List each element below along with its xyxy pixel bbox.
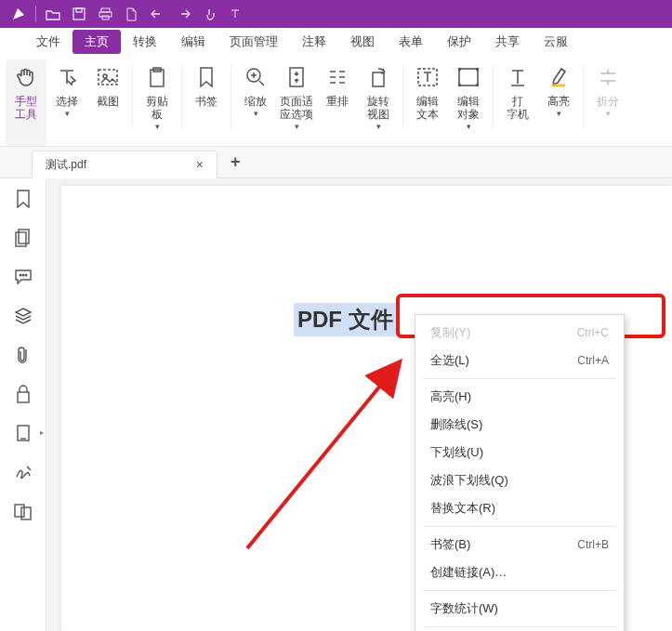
ctx-separator <box>423 378 616 379</box>
highlight-icon <box>545 63 573 91</box>
menu-tab-comment[interactable]: 注释 <box>290 30 338 54</box>
side-compare-icon[interactable] <box>14 502 33 520</box>
menu-tab-file[interactable]: 文件 <box>24 30 72 54</box>
side-attachments-icon[interactable] <box>14 346 33 364</box>
ribbon-separator <box>583 65 584 129</box>
ribbon-typewriter-label: 打字机 <box>507 95 529 121</box>
svg-point-21 <box>22 274 24 276</box>
menu-tab-page[interactable]: 页面管理 <box>217 30 290 54</box>
ribbon-separator <box>402 65 403 129</box>
side-field-icon[interactable]: ▸ <box>14 424 33 442</box>
ribbon-separator <box>132 65 133 129</box>
ribbon-separator <box>493 65 494 129</box>
svg-point-14 <box>458 68 461 71</box>
menu-tab-convert[interactable]: 转换 <box>121 30 169 54</box>
ribbon-edit-text-tool[interactable]: 编辑文本 <box>407 59 448 146</box>
qat-undo-icon[interactable] <box>144 4 170 24</box>
ribbon-zoom-tool[interactable]: 缩放 ▾ <box>235 59 276 146</box>
chevron-down-icon: ▾ <box>65 109 70 118</box>
side-sign-icon[interactable] <box>14 463 33 481</box>
svg-line-27 <box>247 364 398 548</box>
chevron-down-icon: ▾ <box>376 122 381 131</box>
ribbon-typewriter-tool[interactable]: 打字机 <box>497 59 538 146</box>
ribbon-toolbar: 手型工具 选择 ▾ 截图 剪贴板 ▾ 书签 缩放 ▾ <box>0 56 672 147</box>
ribbon-rotate-tool[interactable]: 旋转视图 ▾ <box>358 59 399 146</box>
chevron-down-icon: ▾ <box>254 109 258 118</box>
side-bookmark-icon[interactable] <box>14 190 33 208</box>
ribbon-reflow-label: 重排 <box>326 95 349 108</box>
bookmark-icon <box>192 63 220 91</box>
menu-tab-view[interactable]: 视图 <box>338 30 387 54</box>
qat-redo-icon[interactable] <box>170 4 196 24</box>
ctx-copy: 复制(Y)Ctrl+C <box>415 319 624 347</box>
menu-tab-form[interactable]: 表单 <box>387 30 435 54</box>
ctx-bookmark[interactable]: 书签(B)Ctrl+B <box>415 531 624 559</box>
ctx-underline[interactable]: 下划线(U) <box>415 439 624 467</box>
ctx-highlight[interactable]: 高亮(H) <box>415 383 624 411</box>
document-tab-label: 测试.pdf <box>46 157 86 173</box>
document-canvas[interactable]: PDF 文件 复制(Y)Ctrl+C 全选(L)Ctrl+A 高亮(H) 删除线… <box>46 178 672 631</box>
menu-tab-cloud[interactable]: 云服 <box>532 30 580 54</box>
side-comments-icon[interactable] <box>14 268 33 286</box>
qat-customize-icon[interactable] <box>222 4 248 24</box>
svg-rect-23 <box>18 392 29 402</box>
ribbon-clipboard-tool[interactable]: 剪贴板 ▾ <box>137 59 178 146</box>
edit-object-icon <box>455 63 482 91</box>
rotate-icon <box>364 63 392 91</box>
menu-tab-home[interactable]: 主页 <box>72 30 121 54</box>
ribbon-zoom-label: 缩放 <box>244 95 267 108</box>
ribbon-reflow-tool[interactable]: 重排 <box>317 59 358 146</box>
ctx-word-count[interactable]: 字数统计(W) <box>415 595 624 623</box>
svg-point-17 <box>477 85 480 87</box>
app-icon <box>6 4 32 24</box>
ribbon-bookmark-label: 书签 <box>195 95 217 108</box>
svg-point-16 <box>458 85 461 87</box>
add-tab-button[interactable]: + <box>217 152 254 172</box>
qat-separator <box>35 6 36 22</box>
side-layers-icon[interactable] <box>14 307 33 325</box>
side-security-icon[interactable] <box>14 385 33 403</box>
ribbon-snapshot-label: 截图 <box>97 95 119 108</box>
ribbon-separator <box>181 65 182 129</box>
ribbon-fit-tool[interactable]: 页面适应选项 ▾ <box>276 59 317 146</box>
ribbon-bookmark-tool[interactable]: 书签 <box>186 59 227 146</box>
svg-rect-11 <box>373 72 384 86</box>
svg-rect-18 <box>19 230 29 243</box>
document-tab[interactable]: 测试.pdf × <box>32 151 217 178</box>
ctx-select-all[interactable]: 全选(L)Ctrl+A <box>415 347 624 375</box>
edit-text-icon <box>414 63 441 91</box>
page-fit-icon <box>283 63 310 91</box>
menu-tab-protect[interactable]: 保护 <box>435 30 483 54</box>
ribbon-clipboard-label: 剪贴板 <box>146 95 168 121</box>
menu-tab-edit[interactable]: 编辑 <box>169 30 217 54</box>
selected-text[interactable]: PDF 文件 <box>294 303 397 336</box>
ribbon-highlight-tool[interactable]: 高亮 ▾ <box>538 59 579 146</box>
menu-tab-share[interactable]: 共享 <box>483 30 532 54</box>
ribbon-select-tool[interactable]: 选择 ▾ <box>46 59 87 146</box>
qat-open-icon[interactable] <box>40 4 66 24</box>
qat-new-icon[interactable] <box>118 4 144 24</box>
ctx-squiggly[interactable]: 波浪下划线(Q) <box>415 467 624 494</box>
typewriter-icon <box>504 63 532 91</box>
ribbon-snapshot-tool[interactable]: 截图 <box>87 59 128 146</box>
side-pages-icon[interactable] <box>14 229 33 247</box>
qat-save-icon[interactable] <box>66 4 92 24</box>
chevron-down-icon: ▾ <box>557 109 561 118</box>
ribbon-hand-label: 手型工具 <box>15 95 37 121</box>
qat-print-icon[interactable] <box>92 4 118 24</box>
ctx-separator <box>423 626 616 627</box>
close-tab-icon[interactable]: × <box>192 157 207 172</box>
ctx-create-link[interactable]: 创建链接(A)… <box>415 559 624 586</box>
ctx-replace-text[interactable]: 替换文本(R) <box>415 494 624 522</box>
qat-touch-icon[interactable] <box>196 4 222 24</box>
ribbon-edit-object-tool[interactable]: 编辑对象 ▾ <box>448 59 489 146</box>
ribbon-fold-tool[interactable]: 折分 ▾ <box>587 59 628 146</box>
ctx-strikethrough[interactable]: 删除线(S) <box>415 411 624 439</box>
pdf-page[interactable]: PDF 文件 复制(Y)Ctrl+C 全选(L)Ctrl+A 高亮(H) 删除线… <box>61 186 672 631</box>
ribbon-edit-object-label: 编辑对象 <box>457 95 480 121</box>
ribbon-edit-text-label: 编辑文本 <box>416 95 439 121</box>
clipboard-icon <box>143 63 171 91</box>
svg-rect-25 <box>15 505 24 517</box>
ribbon-hand-tool[interactable]: 手型工具 <box>6 59 46 146</box>
svg-rect-1 <box>76 8 82 12</box>
